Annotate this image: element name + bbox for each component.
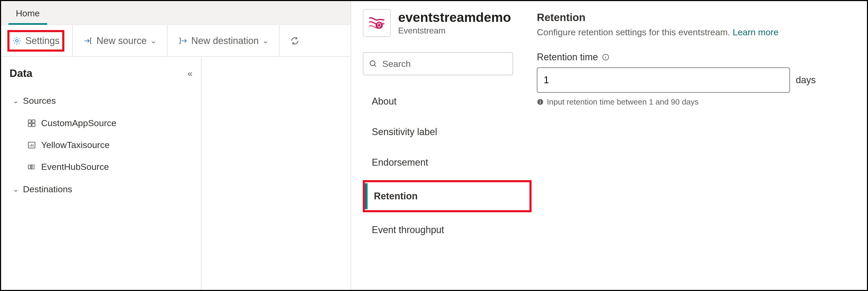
destinations-label: Destinations: [23, 184, 72, 194]
nav-sensitivity-label[interactable]: Sensitivity label: [363, 119, 532, 145]
retention-time-label: Retention time: [537, 51, 598, 63]
svg-point-0: [16, 39, 18, 42]
source-item[interactable]: YellowTaxisource: [22, 134, 194, 156]
refresh-button[interactable]: [287, 33, 302, 49]
section-title: Retention: [537, 11, 855, 24]
collapse-icon[interactable]: «: [187, 68, 192, 78]
info-solid-icon: [537, 99, 544, 105]
chart-icon: [27, 140, 36, 150]
chevron-down-icon: ⌄: [150, 36, 156, 45]
new-source-label: New source: [96, 35, 147, 46]
arrow-in-icon: [83, 36, 93, 45]
panel-subtitle: Eventstream: [398, 26, 511, 36]
search-input[interactable]: [363, 52, 513, 75]
info-icon[interactable]: [602, 53, 610, 61]
chevron-down-icon: ⌄: [13, 185, 19, 193]
canvas-area: [202, 57, 351, 290]
learn-more-link[interactable]: Learn more: [733, 27, 779, 37]
hint-text: Input retention time between 1 and 90 da…: [547, 98, 699, 106]
top-tabs: Home: [1, 1, 351, 25]
svg-point-8: [31, 167, 32, 167]
source-item[interactable]: CustomAppSource: [22, 112, 194, 134]
nav-retention[interactable]: Retention: [365, 183, 515, 209]
svg-rect-6: [28, 165, 31, 169]
gear-icon: [12, 36, 22, 45]
settings-label: Settings: [25, 35, 60, 46]
new-destination-label: New destination: [191, 35, 259, 46]
svg-rect-1: [28, 120, 31, 123]
eventstream-icon: [363, 9, 391, 37]
svg-point-11: [370, 61, 375, 66]
nav-about[interactable]: About: [363, 88, 532, 114]
new-source-button[interactable]: New source ⌄: [81, 32, 159, 49]
source-name: YellowTaxisource: [41, 140, 110, 150]
event-hub-icon: [27, 162, 36, 172]
svg-point-7: [31, 165, 32, 166]
source-name: EventHubSource: [41, 162, 109, 172]
svg-rect-3: [28, 123, 31, 126]
settings-panel: eventstreamdemo Eventstream About Sensit…: [351, 1, 867, 290]
app-window-icon: [27, 118, 36, 128]
refresh-icon: [290, 36, 300, 45]
new-destination-button[interactable]: New destination ⌄: [175, 32, 271, 49]
chevron-down-icon: ⌄: [13, 97, 19, 105]
svg-point-9: [31, 168, 32, 169]
settings-button[interactable]: Settings: [7, 30, 64, 51]
sources-label: Sources: [23, 96, 56, 106]
toolbar: Settings New source ⌄: [1, 25, 351, 57]
chevron-down-icon: ⌄: [262, 36, 269, 45]
arrow-out-icon: [178, 36, 187, 45]
sources-group-header[interactable]: ⌄ Sources: [7, 89, 194, 112]
search-icon: [369, 59, 378, 68]
destinations-group-header[interactable]: ⌄ Destinations: [7, 178, 194, 201]
source-name: CustomAppSource: [41, 118, 116, 128]
nav-endorsement[interactable]: Endorsement: [363, 150, 532, 175]
svg-rect-2: [32, 120, 35, 123]
sidebar-title: Data: [9, 67, 32, 79]
tab-home[interactable]: Home: [8, 3, 47, 25]
data-sidebar: Data « ⌄ Sources CustomAppSource: [1, 57, 202, 290]
retention-time-input[interactable]: [537, 67, 790, 93]
nav-event-throughput[interactable]: Event throughput: [363, 217, 532, 243]
unit-label: days: [796, 75, 816, 85]
section-description: Configure retention settings for this ev…: [537, 27, 855, 37]
svg-rect-4: [32, 123, 35, 126]
source-item[interactable]: EventHubSource: [22, 156, 194, 178]
panel-title: eventstreamdemo: [398, 10, 511, 25]
